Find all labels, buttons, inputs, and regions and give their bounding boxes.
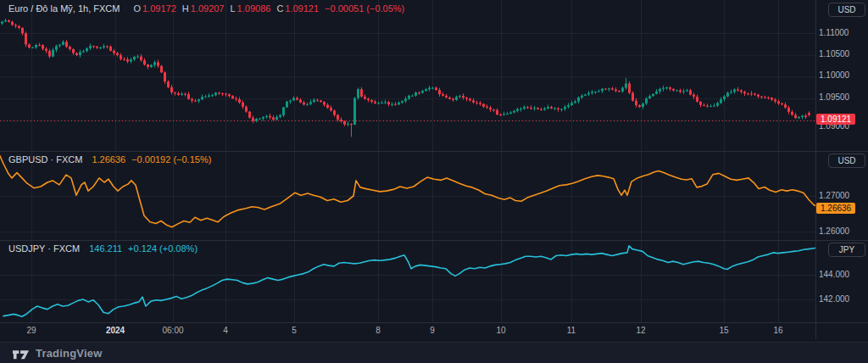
eurusd-last-price-badge: 1.09121 <box>816 114 855 125</box>
candle-body <box>798 117 800 118</box>
candle-body <box>621 87 624 91</box>
candle-body <box>31 47 34 48</box>
usdjpy-symbol-title[interactable]: USDJPY · FXCM <box>8 243 80 254</box>
time-axis-label[interactable]: 12 <box>636 326 645 336</box>
time-axis-label[interactable]: 11 <box>567 326 576 336</box>
candle-body <box>601 89 604 92</box>
candle-body <box>370 100 373 102</box>
candle-body <box>594 92 597 92</box>
candle-body <box>726 92 729 96</box>
candle-body <box>584 94 587 95</box>
candle-body <box>411 96 414 97</box>
price-axis-label: 142.000 <box>819 294 849 304</box>
tradingview-logo-icon[interactable] <box>13 348 30 360</box>
candle-body <box>265 116 268 117</box>
candle-body <box>730 92 732 92</box>
candle-body <box>201 97 203 99</box>
candle-body <box>79 52 81 55</box>
candle-body <box>262 117 264 119</box>
candle-body <box>82 51 85 52</box>
candle-body <box>716 103 719 105</box>
candle-body <box>401 101 403 103</box>
candle-body <box>11 22 14 25</box>
candle-body <box>184 94 186 95</box>
usdjpy-legend[interactable]: USDJPY · FXCM 146.211 +0.124 (+0.08%) <box>8 243 198 254</box>
usdjpy-change: +0.124 (+0.08%) <box>128 243 198 254</box>
time-axis-label[interactable]: 16 <box>773 326 782 336</box>
candle-body <box>242 103 244 107</box>
candle-body <box>750 93 753 94</box>
candle-body <box>357 89 359 98</box>
candle-body <box>116 53 119 55</box>
tradingview-brand[interactable]: TradingView <box>36 347 103 360</box>
candle-body <box>55 46 58 50</box>
candle-body <box>421 91 424 92</box>
candle-body <box>431 87 434 88</box>
candle-body <box>384 102 387 103</box>
candle-body <box>740 91 743 92</box>
time-axis-label[interactable]: 8 <box>376 326 381 336</box>
candle-body <box>123 59 125 60</box>
time-axis-label[interactable]: 15 <box>719 326 728 336</box>
usdjpy-last-value: 146.211 <box>89 243 122 254</box>
candle-body <box>106 46 108 47</box>
candle-body <box>516 109 519 111</box>
candle-body <box>652 94 654 97</box>
time-axis-label[interactable]: 5 <box>292 326 297 336</box>
time-axis-label[interactable]: 06:00 <box>162 326 183 336</box>
panel-divider-1[interactable] <box>0 151 868 152</box>
candle-body <box>150 65 153 67</box>
eurusd-symbol-title[interactable]: Euro / Đô la Mỹ, 1h, FXCM <box>8 3 120 14</box>
time-axis-label[interactable]: 9 <box>430 326 435 336</box>
eurusd-currency-button[interactable]: USD <box>828 3 865 17</box>
candle-body <box>214 92 217 95</box>
candle-body <box>275 117 278 120</box>
candle-body <box>537 108 539 109</box>
candle-body <box>211 95 214 96</box>
candle-body <box>635 101 637 105</box>
candle-body <box>133 57 136 59</box>
candle-body <box>526 107 529 108</box>
candle-body <box>703 105 705 106</box>
candle-body <box>615 90 617 92</box>
gbpusd-legend[interactable]: GBPUSD · FXCM 1.26636 −0.00192 (−0.15%) <box>8 154 211 165</box>
candle-body <box>554 108 556 109</box>
gbpusd-symbol-title[interactable]: GBPUSD · FXCM <box>8 154 82 165</box>
gbpusd-currency-button[interactable]: USD <box>828 154 865 168</box>
candle-body <box>136 57 139 58</box>
candle-body <box>120 55 122 59</box>
candle-body <box>289 100 292 101</box>
usdjpy-currency-button[interactable]: JPY <box>828 243 865 257</box>
candle-body <box>177 93 180 95</box>
candle-body <box>686 90 688 91</box>
candle-body <box>404 98 407 101</box>
candle-body <box>611 88 614 89</box>
candle-body <box>52 50 54 57</box>
chart-canvas[interactable] <box>0 0 815 339</box>
candle-body <box>109 47 112 51</box>
candle-body <box>723 97 726 99</box>
time-axis-label[interactable]: 10 <box>496 326 505 336</box>
candle-body <box>418 92 420 93</box>
candle-body <box>808 113 810 115</box>
candle-body <box>513 111 515 113</box>
candle-body <box>754 94 756 95</box>
candle-body <box>350 124 353 125</box>
close-value: 1.09121 <box>285 3 319 14</box>
candle-body <box>570 103 573 105</box>
candle-body <box>476 103 478 103</box>
candle-body <box>191 99 193 101</box>
eurusd-legend[interactable]: Euro / Đô la Mỹ, 1h, FXCM O1.09172 H1.09… <box>8 3 404 14</box>
candle-body <box>75 53 78 55</box>
time-axis-label[interactable]: 29 <box>26 326 36 336</box>
candle-body <box>499 114 502 115</box>
candle-body <box>86 48 88 51</box>
candle-body <box>340 120 342 121</box>
candle-body <box>228 94 231 96</box>
candle-body <box>69 47 71 49</box>
candle-body <box>279 115 281 117</box>
time-axis-label[interactable]: 2024 <box>106 326 125 336</box>
panel-divider-2[interactable] <box>0 240 868 241</box>
price-axis-label: 1.11000 <box>819 28 849 38</box>
time-axis-label[interactable]: 4 <box>223 326 228 336</box>
